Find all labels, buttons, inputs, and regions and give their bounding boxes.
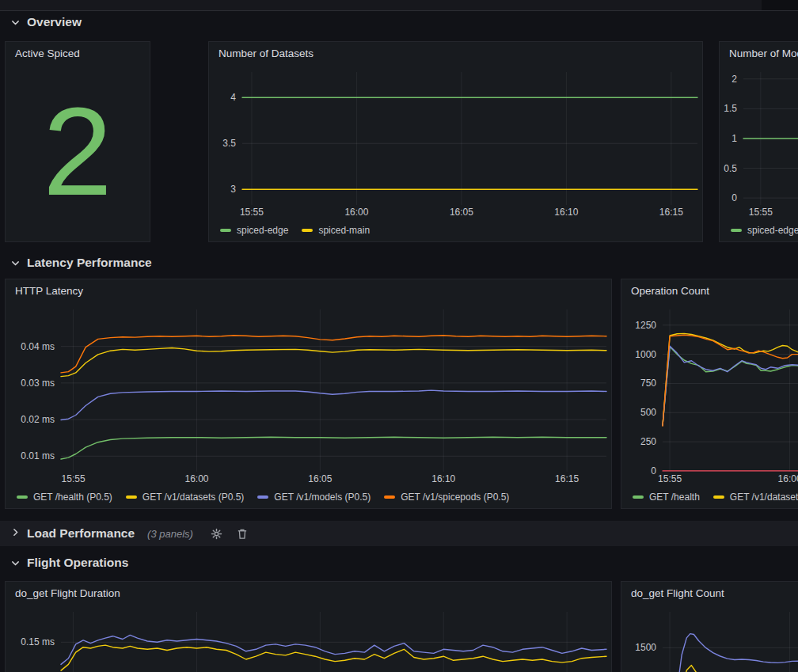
active-spiced-value: 2 — [6, 61, 150, 241]
x-tick-label: 16:00 — [184, 473, 208, 484]
x-tick-label: 15:55 — [749, 207, 773, 218]
panel-title[interactable]: Number of Datasets — [209, 42, 702, 59]
panel-active-spiced: Active Spiced 2 — [5, 41, 150, 242]
y-tick-label: 0.01 ms — [21, 450, 55, 461]
panel-number-of-models: Number of Models 15:5500.511.52 spiced-e… — [719, 41, 798, 242]
series-line — [677, 666, 798, 672]
y-tick-label: 1.5 — [724, 103, 737, 114]
legend-item[interactable]: spiced-edge — [220, 225, 288, 236]
section-title: Flight Operations — [27, 556, 128, 570]
y-tick-label: 2 — [732, 74, 737, 85]
chevron-down-icon — [10, 17, 21, 28]
legend-label: GET /health — [649, 492, 700, 503]
y-tick-label: 1500 — [635, 642, 656, 653]
y-tick-label: 1250 — [635, 320, 656, 331]
y-tick-label: 0.03 ms — [21, 378, 55, 389]
chart-svg[interactable]: 15:5516:0016:05050010001500 — [621, 604, 798, 672]
chart-svg[interactable]: 15:5500.511.52 — [720, 64, 798, 221]
panel-title[interactable]: do_get Flight Count — [621, 582, 798, 599]
section-title: Overview — [27, 15, 82, 29]
y-tick-label: 0.15 ms — [21, 636, 55, 647]
chart-legend: GET /healthGET /v1/datasetsGET /v1/model… — [622, 488, 798, 507]
legend-swatch — [731, 229, 742, 232]
section-header-flight-operations[interactable]: Flight Operations — [10, 551, 128, 575]
chart-canvas[interactable]: 15:5516:0016:0516:1016:150.15 ms — [6, 604, 611, 672]
panel-title[interactable]: Active Spiced — [6, 42, 150, 59]
series-line — [663, 333, 798, 425]
y-tick-label: 1 — [732, 133, 737, 144]
series-line — [61, 390, 606, 420]
x-tick-label: 16:05 — [308, 473, 332, 484]
panel-title[interactable]: Operation Count — [621, 279, 798, 297]
series-line — [663, 347, 798, 425]
legend-swatch — [220, 229, 231, 232]
x-tick-label: 15:55 — [240, 207, 264, 218]
chart-legend: GET /health (P0.5)GET /v1/datasets (P0.5… — [6, 488, 610, 507]
series-line — [61, 348, 606, 377]
chart-canvas[interactable]: 15:5516:0016:0516:1016:150.01 ms0.02 ms0… — [6, 302, 611, 488]
section-header-load-performance[interactable]: Load Performance (3 panels) — [0, 521, 798, 546]
panel-title[interactable]: HTTP Latency — [6, 279, 611, 297]
chart-svg[interactable]: 15:5516:0016:05025050075010001250 — [621, 302, 798, 488]
chevron-right-icon — [10, 526, 21, 541]
chevron-down-icon — [10, 258, 21, 268]
legend-item[interactable]: GET /v1/spicepods (P0.5) — [384, 492, 509, 503]
x-tick-label: 16:10 — [554, 207, 578, 218]
panel-do-get-flight-duration: do_get Flight Duration 15:5516:0016:0516… — [5, 581, 612, 672]
legend-item[interactable]: GET /health (P0.5) — [17, 492, 112, 503]
y-tick-label: 0.5 — [724, 163, 737, 174]
legend-swatch — [384, 495, 395, 499]
panel-operation-count: Operation Count 15:5516:0016:05025050075… — [621, 279, 798, 509]
legend-item[interactable]: spiced-edge — [731, 225, 798, 236]
gear-icon[interactable] — [211, 528, 222, 540]
legend-item[interactable]: GET /v1/datasets — [713, 492, 798, 503]
legend-label: spiced-edge — [747, 225, 798, 236]
section-header-latency-performance[interactable]: Latency Performance — [10, 251, 152, 275]
y-tick-label: 250 — [640, 436, 656, 447]
y-tick-label: 4 — [230, 92, 236, 103]
legend-item[interactable]: spiced-main — [302, 225, 370, 236]
legend-swatch — [633, 495, 644, 499]
legend-label: GET /v1/models (P0.5) — [274, 492, 370, 503]
panel-title[interactable]: do_get Flight Duration — [6, 582, 611, 599]
legend-label: GET /health (P0.5) — [33, 492, 112, 503]
y-tick-label: 750 — [640, 378, 656, 389]
chart-svg[interactable]: 15:5516:0016:0516:1016:150.15 ms — [6, 604, 611, 672]
y-tick-label: 3 — [230, 184, 236, 195]
y-tick-label: 0 — [651, 465, 656, 476]
legend-item[interactable]: GET /health — [633, 492, 700, 503]
panel-do-get-flight-count: do_get Flight Count 15:5516:0016:0505001… — [621, 581, 798, 672]
chevron-down-icon — [10, 558, 21, 568]
section-header-overview[interactable]: Overview — [10, 10, 82, 34]
x-tick-label: 16:00 — [344, 207, 368, 218]
legend-swatch — [17, 495, 28, 499]
chart-canvas[interactable]: 15:5516:0016:0516:1016:1533.54 — [209, 64, 702, 221]
x-tick-label: 16:00 — [778, 473, 798, 484]
series-line — [663, 346, 798, 425]
chart-svg[interactable]: 15:5516:0016:0516:1016:1533.54 — [209, 64, 702, 221]
y-tick-label: 0.02 ms — [21, 414, 55, 425]
trash-icon[interactable] — [237, 528, 248, 540]
x-tick-label: 16:05 — [450, 207, 473, 218]
x-tick-label: 16:10 — [431, 473, 455, 484]
y-tick-label: 1000 — [635, 349, 656, 360]
top-toolbar-dark-segment — [762, 0, 798, 10]
section-title: Load Performance — [27, 526, 135, 541]
panel-number-of-datasets: Number of Datasets 15:5516:0016:0516:101… — [208, 41, 703, 242]
legend-label: spiced-main — [318, 225, 370, 236]
y-tick-label: 3.5 — [222, 138, 236, 149]
section-panels-count: (3 panels) — [147, 528, 193, 540]
chart-legend: spiced-edge — [720, 221, 798, 240]
panel-title[interactable]: Number of Models — [720, 42, 798, 59]
chart-canvas[interactable]: 15:5516:0016:05025050075010001250 — [621, 302, 798, 488]
legend-label: GET /v1/datasets (P0.5) — [142, 492, 245, 503]
legend-item[interactable]: GET /v1/datasets (P0.5) — [126, 492, 245, 503]
chart-canvas[interactable]: 15:5516:0016:05050010001500 — [621, 604, 798, 672]
legend-item[interactable]: GET /v1/models (P0.5) — [257, 492, 370, 503]
chart-canvas[interactable]: 15:5500.511.52 — [720, 64, 798, 221]
x-tick-label: 16:15 — [659, 207, 683, 218]
panel-http-latency: HTTP Latency 15:5516:0016:0516:1016:150.… — [5, 279, 612, 509]
x-tick-label: 15:55 — [658, 473, 682, 484]
top-toolbar — [0, 0, 798, 11]
chart-svg[interactable]: 15:5516:0016:0516:1016:150.01 ms0.02 ms0… — [6, 302, 611, 488]
